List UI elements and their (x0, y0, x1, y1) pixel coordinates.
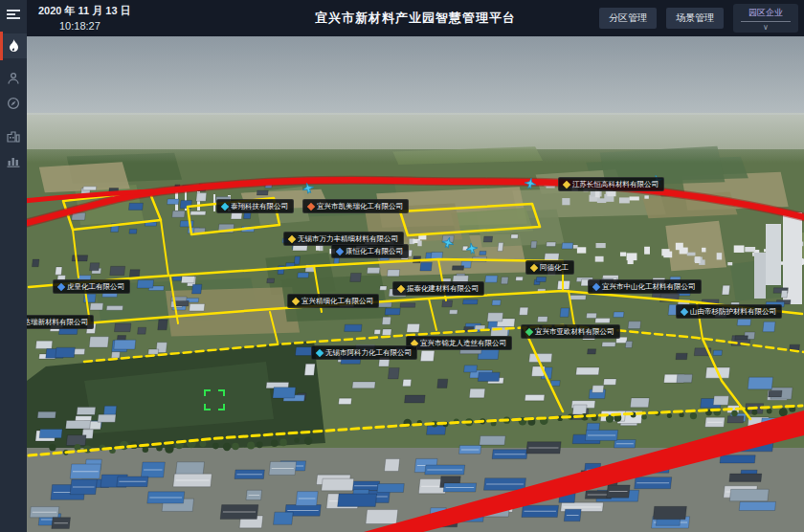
company-label-text: 宜兴市锦龙人造丝有限公司 (420, 339, 506, 348)
company-label[interactable]: 振泰化建材料有限公司 (392, 281, 484, 296)
sidebar-item-fire-monitor[interactable] (0, 33, 27, 58)
company-label[interactable]: 泰翔科技有限公司 (216, 199, 294, 213)
company-label-text: 同德化工 (540, 263, 569, 273)
company-label[interactable]: 江苏长恒高科材料有限公司 (558, 177, 664, 191)
scene-management-button[interactable]: 场景管理 (666, 8, 724, 29)
company-label[interactable]: 宜兴市锦龙人造丝有限公司 (406, 336, 512, 350)
aircraft-marker-icon (464, 241, 480, 256)
company-label-text: 康恒化工有限公司 (346, 247, 403, 256)
bar-chart-icon (7, 155, 20, 167)
company-label-text: 振泰化建材料有限公司 (407, 284, 479, 294)
page-title: 宜兴市新材料产业园智慧管理平台 (315, 10, 516, 27)
company-label-text: 宜兴精细化工有限公司 (302, 297, 373, 306)
company-label-text: 无锡市阿科力化工有限公司 (325, 348, 412, 358)
dropdown-label: 园区企业 (741, 7, 791, 22)
map-3d-viewport[interactable]: 泰翔科技有限公司宜兴市凯美瑞化工有限公司无锡市万力丰精细材料有限公司康恒化工有限… (27, 36, 804, 532)
company-marker-icon (397, 284, 405, 292)
company-label-text: 泰翔科技有限公司 (231, 202, 288, 211)
company-marker-icon (530, 263, 538, 271)
company-label-text: 尔达瑞新材料有限公司 (27, 318, 88, 327)
company-marker-icon (525, 327, 533, 335)
sidebar-item-personnel[interactable] (0, 66, 27, 91)
company-label-text: 无锡市万力丰精细材料有限公司 (298, 234, 398, 244)
company-label-text: 江苏长恒高科材料有限公司 (572, 180, 659, 189)
company-marker-icon (681, 307, 688, 315)
current-time: 10:18:27 (59, 20, 100, 32)
company-marker-icon (57, 282, 65, 290)
company-label-text: 宜兴市中山化工材料有限公司 (602, 282, 696, 292)
company-marker-icon (307, 202, 315, 210)
person-icon (7, 72, 20, 85)
company-label[interactable]: 山由帝杉防护材料有限公司 (676, 304, 782, 319)
flame-icon (8, 39, 20, 54)
company-label[interactable]: 宜兴市亚欧材料有限公司 (521, 324, 620, 339)
company-label[interactable]: 尔达瑞新材料有限公司 (27, 315, 94, 329)
chevron-down-icon: ∨ (763, 23, 769, 32)
aircraft-marker-icon (523, 176, 538, 191)
company-marker-icon (592, 282, 600, 290)
compass-icon (7, 97, 20, 110)
header-actions: 分区管理 场景管理 园区企业 ∨ (599, 0, 798, 36)
company-marker-icon (336, 247, 344, 255)
company-label-text: 宜兴市亚欧材料有限公司 (535, 327, 614, 337)
factory-building-icon (7, 129, 20, 143)
hamburger-menu-icon (7, 9, 20, 20)
company-label-text: 虎皇化工有限公司 (67, 282, 124, 292)
sidebar-item-statistics[interactable] (0, 148, 27, 173)
company-marker-icon (288, 234, 296, 242)
company-label-text: 宜兴市凯美瑞化工有限公司 (317, 202, 403, 211)
top-header-bar: 2020 年 11 月 13 日 10:18:27 宜兴市新材料产业园智慧管理平… (27, 0, 804, 36)
current-date: 2020 年 11 月 13 日 (38, 4, 131, 18)
company-label[interactable]: 虎皇化工有限公司 (53, 279, 130, 294)
company-marker-icon (292, 297, 300, 304)
selection-bracket (204, 389, 225, 410)
company-label[interactable]: 无锡市阿科力化工有限公司 (311, 345, 417, 360)
app-window: 2020 年 11 月 13 日 10:18:27 宜兴市新材料产业园智慧管理平… (0, 0, 804, 532)
company-label[interactable]: 宜兴精细化工有限公司 (287, 294, 379, 308)
sidebar-item-environment[interactable] (0, 91, 27, 116)
company-label[interactable]: 同德化工 (525, 260, 574, 275)
company-label[interactable]: 宜兴市中山化工材料有限公司 (588, 279, 702, 294)
company-marker-icon (563, 180, 570, 188)
left-toolbar (0, 0, 27, 532)
company-label-text: 山由帝杉防护材料有限公司 (690, 307, 776, 317)
company-label[interactable]: 康恒化工有限公司 (331, 244, 409, 258)
company-marker-icon (221, 202, 229, 210)
company-label[interactable]: 宜兴市凯美瑞化工有限公司 (302, 199, 409, 213)
park-enterprise-dropdown[interactable]: 园区企业 ∨ (733, 4, 798, 33)
hamburger-menu-button[interactable] (0, 3, 27, 26)
company-marker-icon (316, 348, 324, 356)
sidebar-item-enterprise[interactable] (0, 123, 27, 148)
zone-management-button[interactable]: 分区管理 (599, 8, 657, 29)
